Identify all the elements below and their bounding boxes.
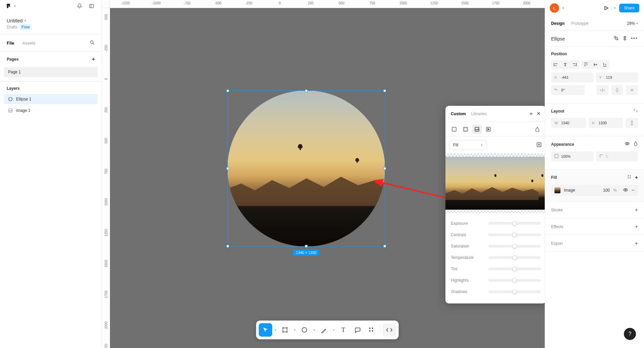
align-bottom-icon[interactable] [600,60,609,69]
corner-radius-input[interactable]: 0 [596,151,638,161]
bell-icon[interactable] [75,1,84,11]
rotate-image-icon[interactable] [536,142,542,149]
text-tool[interactable]: T [337,323,350,337]
help-button[interactable]: ? [624,328,636,340]
visibility-icon[interactable] [625,141,630,147]
exposure-label: Exposure [451,221,484,226]
align-hcenter-icon[interactable] [560,60,570,69]
page-item[interactable]: Page 1 [4,67,98,77]
tab-design[interactable]: Design [551,21,565,26]
highlights-slider[interactable] [488,279,541,282]
component-icon[interactable] [622,36,628,42]
document-title[interactable]: Untitled▾ [0,12,102,25]
align-vcenter-icon[interactable] [591,60,600,69]
tab-libraries[interactable]: Libraries [471,112,487,116]
pen-tool[interactable] [317,323,331,337]
chevron-down-icon[interactable]: ▾ [312,329,317,332]
figma-logo-icon[interactable] [5,3,11,9]
free-badge[interactable]: Free [19,24,32,30]
move-tool[interactable] [259,323,272,337]
exposure-slider[interactable] [488,222,541,225]
temperature-slider[interactable] [488,256,541,259]
resize-handle[interactable] [383,167,386,170]
y-input[interactable]: Y119 [596,72,638,82]
shape-tool[interactable] [298,323,311,337]
align-left-icon[interactable] [551,60,560,69]
x-input[interactable]: X-441 [551,72,593,82]
avatar[interactable]: L [550,3,559,13]
more-transform-icon[interactable] [626,85,638,95]
add-fill-icon[interactable]: + [635,175,638,181]
fill-opacity-value[interactable]: 100 [603,188,610,193]
align-top-icon[interactable] [581,60,591,69]
align-right-icon[interactable] [570,60,579,69]
resize-handle[interactable] [226,167,229,170]
add-page-icon[interactable]: + [92,56,95,62]
comment-tool[interactable] [351,323,364,337]
image-fill-icon[interactable] [472,125,482,134]
more-icon[interactable]: ••• [631,36,638,42]
share-button[interactable]: Share [619,4,639,12]
add-export-icon[interactable]: + [635,240,638,247]
tab-assets[interactable]: Assets [22,41,35,46]
chevron-down-icon[interactable]: ▾ [562,6,564,10]
tab-custom[interactable]: Custom [451,112,466,116]
balloon-icon [494,174,496,177]
tab-file[interactable]: File [7,41,14,46]
canvas[interactable]: 1340 × 1330 Custom Libraries + ✕ [110,8,545,348]
actions-tool[interactable] [365,323,378,337]
fill-styles-icon[interactable] [627,175,632,181]
chevron-down-icon[interactable]: ▾ [292,329,297,332]
fill-row[interactable]: Image 100 % − [551,185,638,196]
present-icon[interactable] [601,3,611,13]
fill-image-preview[interactable] [445,153,546,213]
selection-box[interactable]: 1340 × 1330 [227,90,385,247]
blend-mode-icon[interactable] [633,141,638,147]
solid-fill-icon[interactable] [449,125,459,134]
resize-handle[interactable] [305,245,308,248]
resize-handle[interactable] [226,89,229,92]
add-fill-icon[interactable]: + [530,111,533,117]
shadows-slider[interactable] [488,290,541,293]
fill-swatch[interactable] [554,187,560,193]
rotation-input[interactable]: 0° [551,85,585,95]
autolayout-collapse-icon[interactable] [633,108,638,114]
tint-slider[interactable] [488,268,541,270]
height-input[interactable]: H1330 [589,118,624,128]
close-icon[interactable]: ✕ [537,111,541,117]
chevron-down-icon[interactable]: ▾ [14,4,16,8]
resize-handle[interactable] [226,245,229,248]
panel-toggle-icon[interactable] [87,1,96,11]
layer-item-image[interactable]: image 1 [4,106,98,116]
frame-tool[interactable] [278,323,292,337]
chevron-down-icon: ▾ [24,19,26,22]
video-fill-icon[interactable] [484,125,493,134]
fill-mode-select[interactable]: Fill▾ [449,140,486,150]
width-input[interactable]: W1340 [551,118,586,128]
flip-vertical-icon[interactable] [611,85,623,95]
contrast-slider[interactable] [488,233,541,236]
chevron-down-icon[interactable]: ▾ [614,6,616,10]
tab-prototype[interactable]: Prototype [571,21,588,26]
dev-mode-toggle[interactable] [383,323,396,337]
search-icon[interactable] [90,40,95,46]
add-stroke-icon[interactable]: + [635,207,638,213]
gradient-fill-icon[interactable] [461,125,470,134]
blend-mode-icon[interactable] [533,125,542,134]
resize-handle[interactable] [305,89,308,92]
saturation-slider[interactable] [488,245,541,248]
drafts-label[interactable]: Drafts [7,25,17,29]
zoom-control[interactable]: 28%▾ [627,21,638,26]
chevron-down-icon[interactable]: ▾ [273,329,278,332]
chevron-down-icon[interactable]: ▾ [331,329,336,332]
resize-handle[interactable] [383,245,386,248]
constrain-proportions-icon[interactable] [626,118,638,128]
crop-icon[interactable] [613,36,619,42]
fill-visibility-icon[interactable] [623,187,628,194]
add-effect-icon[interactable]: + [635,224,638,230]
flip-horizontal-icon[interactable] [596,85,608,95]
resize-handle[interactable] [383,89,386,92]
opacity-input[interactable]: 100% [551,151,593,161]
layer-item-ellipse[interactable]: Ellipse 1 [4,94,98,104]
remove-fill-icon[interactable]: − [632,187,635,193]
